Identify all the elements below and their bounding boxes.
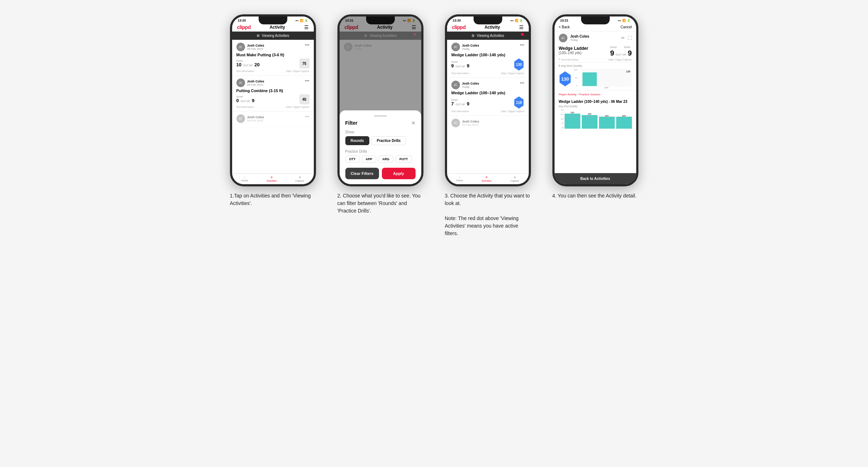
menu-icon-1[interactable]: ☰ [304,24,309,30]
dots-3-2[interactable]: ••• [520,81,524,86]
nav-activities-3[interactable]: ⚙ Activities [482,176,492,182]
signal-icon-3: ▪▪▪ [510,19,514,22]
info-icon: ℹ [559,58,560,61]
apply-button[interactable]: Apply [382,168,416,179]
caption-3: 3. Choose the Activity that you want to … [445,192,531,237]
history-sub-text: Avg Shot Quality [559,105,577,108]
practice-drills-button[interactable]: Practice Drills [371,136,406,145]
edit-icon[interactable]: ✏ [621,35,625,40]
activity-card-3-3[interactable]: JC Josh Coles 28 Feb 2023 [447,116,529,132]
shot-quality-3-2: 118 [514,96,524,109]
activities-icon-1: ⚙ [270,176,273,179]
avg-shot-quality-section: ℹ Avg Shot Quality 130 100 50 0 [555,62,636,90]
card-stats-3-1: Score 9 OUT OF 9 130 [451,58,524,71]
dots-3-1[interactable]: ••• [520,43,524,48]
user-info-3-2: Josh Coles Today [462,82,479,89]
modal-title: Filter [345,120,358,126]
wifi-icon: 📶 [300,19,303,22]
arg-button[interactable]: ARG [378,156,393,163]
card-header-3-3: JC Josh Coles 28 Feb 2023 [451,119,524,127]
dots-1-1[interactable]: ••• [305,43,310,48]
putt-button[interactable]: PUTT [395,156,412,163]
user-info-1-3: Josh Coles 28 Feb 2023 [247,115,264,122]
capture-icon-3: ⊕ [514,176,516,179]
score-val-3-1: 9 [451,63,454,68]
card-user-1-2: JC Josh Coles 28 Feb 2023 [236,78,264,87]
battery-icon: 🔋 [304,19,308,22]
history-title: Wedge Ladder (100–140 yds) - 06 Mar 23 [555,98,636,105]
hex-badge-4: 130 [559,71,572,86]
activity-card-1-2[interactable]: JC Josh Coles 28 Feb 2023 ••• Putting Co… [232,76,314,111]
nav-title-1: Activity [269,25,285,30]
logo-3: clippd [452,24,466,30]
nav-home-3[interactable]: ⌂ Home [456,176,463,182]
drill-title: Wedge Ladder [559,46,588,51]
close-icon[interactable]: ✕ [411,120,416,126]
ott-button[interactable]: OTT [345,156,360,163]
player-activity-section: Player Activity › Practice Session [555,90,636,98]
user-info-3-3: Josh Coles 28 Feb 2023 [462,120,479,127]
back-button[interactable]: < Back [559,25,570,29]
practice-buttons: OTT APP ARG PUTT [345,156,416,163]
outof-3-2: OUT OF [456,103,465,106]
app-button[interactable]: APP [362,156,377,163]
dots-1-3[interactable]: ••• [305,114,310,119]
test-info-4: Test Information [561,58,579,61]
status-icons-1: ▪▪▪ 📶 🔋 [296,19,308,22]
user-info-3-1: Josh Coles Today [462,44,479,51]
avatar-3-1: JC [451,43,460,51]
activity-card-3-2[interactable]: JC Josh Coles Today ••• Wedge Ladder (10… [447,78,529,116]
outof-1-2: OUT OF [241,100,250,103]
score-row-1-1: 10 OUT OF 20 [236,62,260,67]
activity-card-3-1[interactable]: JC Josh Coles Today ••• Wedge Ladder (10… [447,40,529,78]
shot-quality-3-1: 130 [514,58,524,71]
home-label-1: Home [241,179,248,182]
mini-chart: 100 50 0 APP 130 [574,69,632,89]
signal-icon: ▪▪▪ [296,19,299,22]
nav-activities-1[interactable]: ⚙ Activities [267,176,277,182]
phone-4-screen: 13:21 ▪▪▪ 📶 🔋 < Back Cancel JC [555,16,636,184]
user-date-3-2: Today [462,85,479,89]
chart-bar-4 [582,72,597,86]
score-row-3-1: 9 OUT OF 9 [451,63,470,68]
score-label-1-2: Score [236,95,255,98]
nav-capture-1[interactable]: ⊕ Capture [295,176,304,182]
rounds-button[interactable]: Rounds [345,136,369,145]
outof-val-1-1: 20 [254,62,259,67]
filter-modal-overlay: Filter ✕ Show Rounds Practice Drills Pra… [340,16,421,184]
practice-label: Practice Drills [345,149,416,153]
back-to-activities-button[interactable]: Back to Activities [555,173,636,184]
detail-user-info: Josh Coles Today [570,34,589,42]
outof-3-1: OUT OF [456,65,465,68]
viewing-banner-1[interactable]: ⚙ Viewing Activities [232,32,314,40]
banner-text-3: Viewing Activities [477,34,504,38]
card-user-1-3: JC Josh Coles 28 Feb 2023 [236,114,264,123]
cancel-button[interactable]: Cancel [620,25,632,29]
expand-icon[interactable]: ⛶ [628,35,632,40]
score-row-3-2: 7 OUT OF 9 [451,101,470,106]
clear-filters-button[interactable]: Clear Filters [345,168,379,179]
caption-4: 4. You can then see the Activity detail. [552,192,638,200]
activity-card-1-3[interactable]: JC Josh Coles 28 Feb 2023 ••• [232,111,314,128]
activity-card-1-1[interactable]: JC Josh Coles 28 Feb 2023 ••• Must Make … [232,40,314,76]
dots-1-2[interactable]: ••• [305,78,310,84]
outof-val-3-1: 9 [467,63,469,68]
modal-handle [374,115,387,116]
viewing-banner-3[interactable]: ⚙ Viewing Activities [447,32,529,40]
card-footer-1-2: Test Information Data: Clippd Capture [236,106,310,108]
avatar-4: JC [559,34,567,42]
detail-score-section: Wedge Ladder (100–140 yds) Score Shots 9… [555,44,636,62]
nav-home-1[interactable]: ⌂ Home [241,176,248,182]
card-header-1-3: JC Josh Coles 28 Feb 2023 ••• [236,114,310,123]
phone-3-frame: 13:20 ▪▪▪ 📶 🔋 clippd Activity ☰ ⚙ Vi [445,14,531,186]
nav-capture-3[interactable]: ⊕ Capture [510,176,519,182]
footer2-1-2: Data: Clippd Capture [286,106,309,108]
activities-label-3: Activities [482,180,492,182]
card-header-3-2: JC Josh Coles Today ••• [451,81,524,89]
status-icons-4: ▪▪▪ 📶 🔋 [618,19,630,22]
show-label: Show [345,130,416,134]
menu-icon-3[interactable]: ☰ [519,24,524,30]
bar-1 [565,114,580,129]
home-label-3: Home [456,179,463,182]
home-icon-3: ⌂ [459,176,460,178]
